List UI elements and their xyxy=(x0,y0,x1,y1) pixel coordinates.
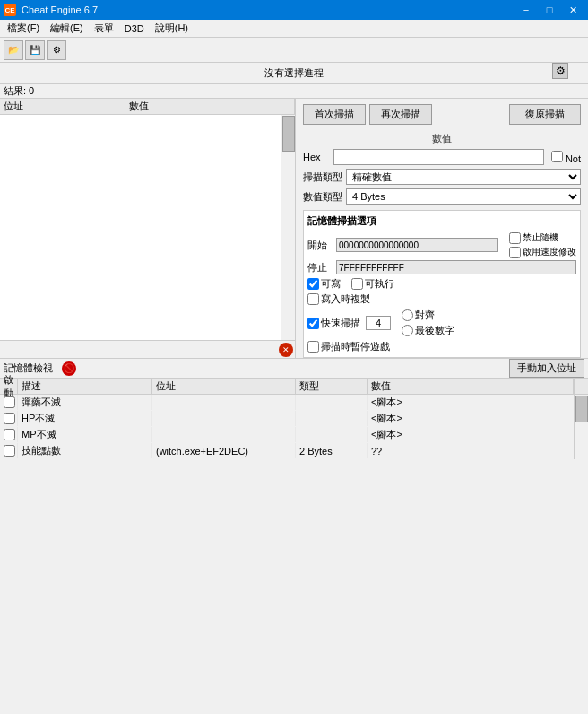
cheat-addr-2 xyxy=(152,427,296,442)
enable-speed-checkbox[interactable] xyxy=(509,247,521,258)
first-scan-button[interactable]: 首次掃描 xyxy=(303,104,366,125)
last-number-radio[interactable] xyxy=(402,325,413,336)
menu-file[interactable]: 檔案(F) xyxy=(2,20,45,37)
table-row[interactable]: MP不滅 <腳本> xyxy=(0,427,588,443)
scan-type-dropdown[interactable]: 精確數值 xyxy=(346,169,581,185)
title-bar-title: Cheat Engine 6.7 xyxy=(22,4,98,15)
data-type-dropdown[interactable]: 4 Bytes xyxy=(346,188,581,205)
cheat-table-scrollbar[interactable] xyxy=(574,395,588,459)
cheat-table-header: 啟動 描述 位址 類型 數值 xyxy=(0,379,588,395)
cheat-type-0 xyxy=(296,395,368,410)
cheat-desc-2: MP不滅 xyxy=(18,427,152,442)
undo-scan-button[interactable]: 復原掃描 xyxy=(509,104,581,125)
cheat-scrollbar-thumb[interactable] xyxy=(575,396,588,422)
not-checkbox-label: Not xyxy=(551,151,581,164)
process-bar: 沒有選擇進程 ⚙ xyxy=(0,63,588,84)
cheat-header-active: 啟動 xyxy=(0,379,18,394)
menu-bar: 檔案(F) 編輯(E) 表單 D3D 說明(H) xyxy=(0,20,588,38)
no-entry-icon: 🚫 xyxy=(62,361,76,376)
stop-input[interactable] xyxy=(336,260,576,274)
scan-scrollbar[interactable] xyxy=(281,115,295,340)
cheat-type-2 xyxy=(296,427,368,442)
align-radio[interactable] xyxy=(402,309,413,321)
scan-type-row: 掃描類型 精確數值 xyxy=(303,169,581,185)
hex-label: Hex xyxy=(303,152,330,162)
results-count: 結果: 0 xyxy=(0,84,588,99)
table-row[interactable]: 技能點數 (witch.exe+EF2DEC) 2 Bytes ?? xyxy=(0,443,588,459)
cheat-val-3: ?? xyxy=(368,443,588,458)
search-panel: 首次掃描 再次掃描 復原掃描 數值 Hex Not 掃描類型 精確數值 xyxy=(296,99,588,358)
scan-header-address: 位址 xyxy=(0,99,125,114)
toolbar-settings[interactable]: ⚙ xyxy=(47,40,66,60)
data-type-row: 數值類型 4 Bytes xyxy=(303,188,581,205)
stop-row: 停止 xyxy=(307,260,576,274)
cheat-checkbox-0[interactable] xyxy=(4,396,15,408)
value-section-label: 數值 xyxy=(303,132,581,145)
table-row[interactable]: HP不滅 <腳本> xyxy=(0,411,588,427)
executable-checkbox[interactable] xyxy=(351,278,363,290)
process-select-button[interactable]: ⚙ xyxy=(552,63,568,79)
fast-scan-value-input[interactable] xyxy=(366,316,391,330)
menu-table[interactable]: 表單 xyxy=(89,20,119,37)
cheat-active-2[interactable] xyxy=(0,427,18,442)
not-checkbox[interactable] xyxy=(551,151,563,162)
value-input[interactable] xyxy=(333,149,544,165)
close-button[interactable]: ✕ xyxy=(561,0,584,20)
app-icon-text: CE xyxy=(4,6,14,14)
menu-help[interactable]: 說明(H) xyxy=(150,20,194,37)
cheat-checkbox-2[interactable] xyxy=(4,429,15,440)
scan-results-header: 位址 數值 xyxy=(0,99,295,115)
cheat-active-3[interactable] xyxy=(0,443,18,458)
cheat-checkbox-3[interactable] xyxy=(4,445,15,457)
enable-speed-label: 啟用速度修改 xyxy=(509,246,576,258)
copy-on-write-checkbox[interactable] xyxy=(307,293,319,305)
process-label: 沒有選擇進程 xyxy=(264,66,324,80)
fast-scan-checkbox[interactable] xyxy=(307,318,319,329)
toolbar-save[interactable]: 💾 xyxy=(25,40,45,60)
start-label: 開始 xyxy=(307,239,333,252)
cheat-desc-0: 彈藥不滅 xyxy=(18,395,152,410)
title-bar-left: CE Cheat Engine 6.7 xyxy=(4,4,98,16)
hex-row: Hex Not xyxy=(303,149,581,165)
menu-edit[interactable]: 編輯(E) xyxy=(45,20,89,37)
stop-label: 停止 xyxy=(307,261,333,274)
main-area: 位址 數值 ✕ 首次掃描 再次掃描 復原掃描 數值 Hex xyxy=(0,99,588,359)
toolbar-open[interactable]: 📂 xyxy=(4,40,23,60)
cheat-addr-1 xyxy=(152,411,296,426)
table-row[interactable]: 彈藥不滅 <腳本> xyxy=(0,395,588,411)
copy-on-write-row: 寫入時複製 xyxy=(307,292,576,306)
writable-label: 可寫 xyxy=(307,277,341,291)
cheat-checkbox-1[interactable] xyxy=(4,413,15,424)
delete-scan-icon[interactable]: ✕ xyxy=(279,343,293,357)
app-icon: CE xyxy=(4,4,16,16)
cheat-active-1[interactable] xyxy=(0,411,18,426)
start-row: 開始 禁止隨機 啟用速度修改 xyxy=(307,231,576,258)
cheat-type-1 xyxy=(296,411,368,426)
start-input[interactable] xyxy=(336,238,498,252)
add-address-button[interactable]: 手動加入位址 xyxy=(509,359,584,378)
scan-scrollbar-thumb[interactable] xyxy=(282,116,295,152)
cheat-rows: 彈藥不滅 <腳本> HP不滅 <腳本> MP不滅 <腳本> 技能點數 (witc… xyxy=(0,395,588,459)
minimize-button[interactable]: − xyxy=(514,0,538,20)
disable-random-checkbox[interactable] xyxy=(509,232,521,244)
next-scan-button[interactable]: 再次掃描 xyxy=(369,104,432,125)
memory-view-bar: 記憶體檢視 🚫 手動加入位址 xyxy=(0,359,588,379)
cheat-addr-3: (witch.exe+EF2DEC) xyxy=(152,443,296,458)
stop-on-pause-checkbox[interactable] xyxy=(307,341,319,353)
cheat-header-type: 類型 xyxy=(296,379,368,394)
cheat-active-0[interactable] xyxy=(0,395,18,410)
cheat-table-area: 彈藥不滅 <腳本> HP不滅 <腳本> MP不滅 <腳本> 技能點數 (witc… xyxy=(0,395,588,459)
maximize-button[interactable]: □ xyxy=(538,0,561,20)
data-type-label: 數值類型 xyxy=(303,190,342,204)
scan-list[interactable] xyxy=(0,115,281,340)
scan-header-value: 數值 xyxy=(125,99,295,114)
scan-type-label: 掃描類型 xyxy=(303,170,342,184)
cheat-desc-3: 技能點數 xyxy=(18,443,152,458)
cheat-val-2: <腳本> xyxy=(368,427,588,442)
writable-checkbox[interactable] xyxy=(307,278,319,290)
scan-buttons: 首次掃描 再次掃描 復原掃描 xyxy=(303,104,581,125)
stop-on-pause-row: 掃描時暫停遊戲 xyxy=(307,340,576,353)
menu-d3d[interactable]: D3D xyxy=(119,22,150,36)
title-bar-controls: − □ ✕ xyxy=(514,0,584,20)
scan-results-area xyxy=(0,115,295,340)
